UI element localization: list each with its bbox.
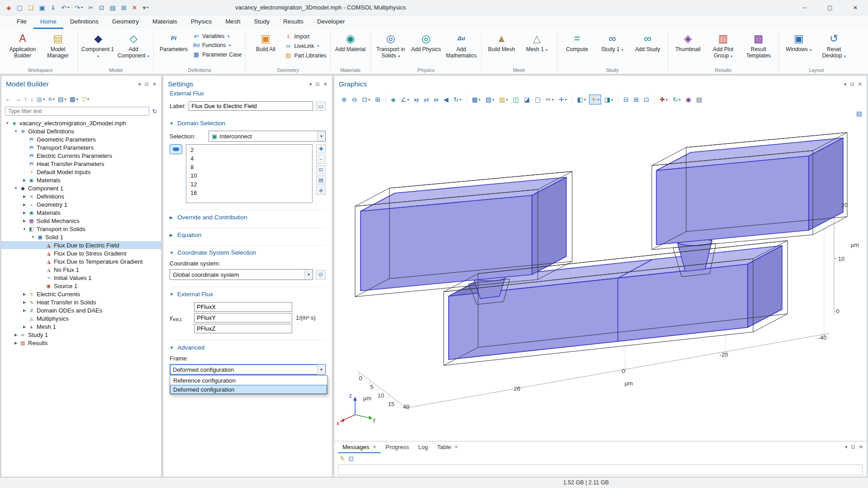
expand-open-icon[interactable]: ▼ [13, 129, 19, 133]
tree-item-source-1[interactable]: ◉Source 1 [1, 282, 161, 290]
wireframe-rendering-button[interactable]: ▢ [533, 95, 542, 104]
expand-closed-icon[interactable]: ▶ [21, 194, 28, 199]
tree-item-materials[interactable]: ▶◉Materials [1, 208, 161, 217]
domain-list-item[interactable]: 4 [186, 154, 312, 163]
tree-item-flux-due-to-stress-gradient[interactable]: ◮Flux Due to Stress Gradient [1, 249, 161, 257]
default-3d-view-button[interactable]: ◈ [389, 95, 398, 104]
scene-appearance-button[interactable]: ▧▾ [484, 95, 496, 104]
domain-list-item[interactable]: 16 [186, 189, 312, 197]
menu-definitions[interactable]: Definitions [63, 15, 105, 29]
tree-item-no-flux-1[interactable]: ◮No Flux 1 [1, 265, 161, 274]
expand-open-icon[interactable]: ▼ [13, 186, 19, 190]
ribbon-add-physics-button[interactable]: ◎Add Physics [409, 30, 443, 53]
menu-materials[interactable]: Materials [146, 15, 184, 29]
domain-list-item[interactable]: 10 [186, 171, 312, 180]
menu-study[interactable]: Study [247, 15, 276, 29]
ribbon-transport-in-solids-button[interactable]: ◎Transport in Solids ▾ [374, 30, 408, 59]
tab-log[interactable]: Log [414, 441, 433, 453]
export-model-button[interactable]: ⇓ [49, 3, 58, 12]
filter-button[interactable]: ▽▾ [81, 95, 89, 103]
ribbon-add-material-button[interactable]: ◉Add Material [333, 30, 368, 53]
tree-item-materials[interactable]: ▶◉Materials [1, 176, 161, 184]
material-color-button[interactable]: ◫ [511, 95, 521, 104]
expand-closed-icon[interactable]: ▶ [21, 308, 28, 313]
expand-closed-icon[interactable]: ▶ [21, 325, 28, 329]
comsol-logo-button[interactable]: ◈ [5, 3, 13, 12]
expand-closed-icon[interactable]: ▶ [21, 203, 28, 207]
add-selection-button[interactable]: ✚ [316, 144, 326, 153]
frame-option-reference-configuration[interactable]: Reference configuration [170, 376, 327, 385]
active-selection-toggle[interactable] [170, 144, 182, 154]
tree-item-solid-1[interactable]: ▼▣Solid 1 [1, 233, 161, 241]
expand-closed-icon[interactable]: ▶ [21, 292, 28, 296]
expand-open-icon[interactable]: ▼ [30, 235, 36, 239]
scene-light-button[interactable]: ☀▾ [589, 95, 601, 104]
expand-closed-icon[interactable]: ▶ [13, 341, 19, 345]
ribbon-import-button[interactable]: ⇓Import [285, 33, 326, 40]
print-plot-button[interactable]: ▤ [694, 95, 704, 104]
menu-physics[interactable]: Physics [184, 15, 219, 29]
ribbon-build-all-button[interactable]: ▣Build All [248, 30, 283, 53]
ribbon-add-component-button[interactable]: ◇Add Component ▾ [116, 30, 151, 59]
move-up-button[interactable]: ↑ [24, 95, 27, 103]
flux-x-input[interactable] [194, 302, 292, 312]
tree-item-transport-parameters[interactable]: PiTransport Parameters [1, 143, 161, 152]
tree-item-flux-due-to-temperature-gradient[interactable]: ◮Flux Due to Temperature Gradient [1, 257, 161, 265]
tree-item-geometry-1[interactable]: ▶◒Geometry 1 [1, 200, 161, 208]
split-horizontal-button[interactable]: ⊟ [621, 95, 631, 104]
tab-messages[interactable]: Messages✕ [338, 441, 381, 453]
environment-reflections-button[interactable]: ◨▾ [602, 95, 615, 104]
tree-item-solid-mechanics[interactable]: ▶▦Solid Mechanics [1, 217, 161, 225]
expand-closed-icon[interactable]: ▶ [21, 178, 28, 182]
ribbon-model-manager-button[interactable]: ▤Model Manager [41, 30, 75, 59]
refresh-plot-button[interactable]: ↻▾ [671, 95, 683, 104]
tree-item-mesh-1[interactable]: ▶▲Mesh 1 [1, 322, 161, 331]
copy-button[interactable]: ⊡ [97, 3, 106, 12]
domain-selection-list[interactable]: 248101216 [186, 144, 313, 203]
copy-selection-button[interactable]: ⊡ [316, 165, 326, 174]
close-button[interactable]: ✕ [843, 0, 868, 15]
maximize-button[interactable]: ▢ [817, 0, 843, 15]
expand-closed-icon[interactable]: ▶ [21, 300, 28, 304]
ribbon-result-templates-button[interactable]: ▩Result Templates [741, 30, 776, 59]
tree-item-geometric-parameters[interactable]: PiGeometric Parameters [1, 135, 161, 143]
ribbon-compute-button[interactable]: =Compute [560, 30, 594, 53]
ribbon-add-plot-group-button[interactable]: ▥Add Plot Group ▾ [706, 30, 740, 59]
delete-button[interactable]: ✕ [130, 3, 139, 12]
tree-item-results[interactable]: ▶▥Results [1, 339, 161, 347]
tree-item-default-model-inputs[interactable]: ◑Default Model Inputs [1, 168, 161, 176]
domain-list-item[interactable]: 12 [186, 180, 312, 189]
ribbon-livelink-button[interactable]: ∞LiveLink▾ [285, 43, 326, 49]
customize-quick-access-button[interactable]: ▾▾ [141, 3, 150, 12]
messages-content[interactable] [338, 464, 863, 475]
ribbon-parameter-case-button[interactable]: ▦Parameter Case [193, 51, 242, 58]
minimize-button[interactable]: ─ [792, 0, 817, 15]
panel-close-icon[interactable]: ✕ [859, 444, 863, 450]
split-vertical-button[interactable]: ⊞ [632, 95, 641, 104]
grid-settings-button[interactable]: ▦▾ [470, 95, 482, 104]
tree-item-electric-currents-parameters[interactable]: PiElectric Currents Parameters [1, 152, 161, 160]
snapshot-button[interactable]: ◉ [684, 95, 693, 104]
collapse-all-button[interactable]: ≡▾ [48, 95, 54, 103]
ribbon-study-1-button[interactable]: ∞Study 1 ▾ [595, 30, 630, 53]
clipping-button[interactable]: ✂▾ [544, 95, 556, 104]
measure-button[interactable]: ✛▾ [557, 95, 569, 104]
rotate-view-button[interactable]: ↻▾ [451, 95, 463, 104]
color-legend-icon[interactable]: ▤ [856, 110, 862, 117]
expand-open-icon[interactable]: ▼ [21, 227, 28, 231]
view-xy-button[interactable]: xy [412, 96, 421, 104]
ribbon-thumbnail-button[interactable]: ◈Thumbnail [671, 30, 705, 53]
cut-button[interactable]: ✂ [86, 3, 95, 12]
duplicate-button[interactable]: ⊞ [119, 3, 128, 12]
tree-item-vacancy-electromigration-3dmodel-mph[interactable]: ▼◈vacancy_electromigration_3Dmodel.mph [1, 119, 161, 127]
zoom-in-button[interactable]: ⊕ [340, 95, 349, 104]
domain-list-item[interactable]: 8 [186, 163, 312, 171]
view-zx-button[interactable]: zx [432, 96, 441, 104]
section-domain-selection[interactable]: ▼ Domain Selection [170, 116, 326, 127]
paste-button[interactable]: ▤ [108, 3, 118, 12]
new-file-button[interactable]: ▢ [15, 3, 24, 12]
save-file-button[interactable]: ▣ [38, 3, 47, 12]
ribbon-parameters-button[interactable]: PiParameters [157, 30, 191, 53]
zoom-to-selection-button[interactable]: ⊕ [316, 186, 326, 195]
expand-open-icon[interactable]: ▼ [4, 121, 10, 125]
